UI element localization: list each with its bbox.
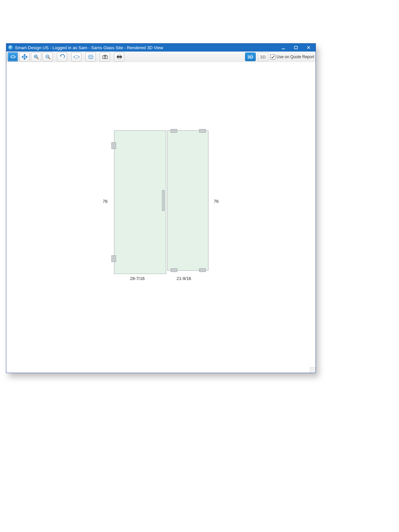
svg-point-29 [104, 56, 106, 58]
rotate-button[interactable] [8, 52, 18, 62]
svg-line-13 [37, 58, 39, 59]
svg-marker-21 [73, 56, 74, 58]
fixed-panel-pane [167, 130, 208, 271]
app-window: Smart-Design US - Logged in as Sam - Sam… [6, 43, 316, 373]
svg-marker-26 [88, 56, 89, 58]
fit-to-screen-button[interactable] [71, 52, 81, 62]
pan-button[interactable] [19, 52, 30, 62]
uclip-top-right [199, 129, 206, 133]
checkbox-icon [270, 55, 275, 60]
snapshot-button[interactable] [100, 52, 110, 62]
view-3d-wire-button[interactable]: 3D [258, 53, 268, 61]
fit-to-screen-icon [73, 54, 80, 60]
svg-point-20 [74, 56, 79, 58]
scroll-corner [310, 367, 316, 373]
uclip-bottom-right [199, 268, 206, 272]
minimize-button[interactable] [281, 45, 286, 50]
svg-marker-9 [24, 59, 25, 60]
dim-panel-width: 21-9/16 [177, 276, 191, 281]
window-title: Smart-Design US - Logged in as Sam - Sam… [15, 45, 163, 50]
dimensions-button[interactable] [85, 52, 96, 62]
app-icon [8, 45, 13, 50]
use-on-quote-label: Use on Quote Report [277, 55, 314, 59]
svg-marker-8 [24, 54, 25, 55]
pan-icon [22, 54, 28, 60]
zoom-in-icon [33, 54, 39, 60]
svg-rect-32 [118, 55, 121, 56]
svg-rect-33 [118, 58, 121, 59]
toolbar: 3D 3D Use on Quote Report [6, 52, 316, 63]
svg-rect-30 [104, 55, 106, 56]
svg-marker-27 [93, 56, 94, 58]
dim-door-width: 28-7/16 [130, 276, 145, 281]
dimensions-icon [88, 54, 94, 60]
door-handle [162, 190, 165, 211]
use-on-quote-checkbox[interactable]: Use on Quote Report [270, 55, 314, 60]
svg-marker-11 [26, 56, 27, 58]
close-button[interactable] [306, 45, 311, 50]
zoom-out-button[interactable] [43, 52, 53, 62]
svg-line-17 [49, 58, 50, 59]
uclip-bottom-left [171, 268, 177, 272]
zoom-out-icon [45, 54, 51, 60]
door-pane [114, 130, 166, 274]
view-3d-solid-button[interactable]: 3D [245, 53, 256, 61]
undo-icon [59, 54, 65, 60]
rotate-icon [10, 54, 16, 60]
viewport-3d[interactable]: 76 76 28-7/16 21-9/16 [6, 62, 316, 373]
maximize-icon [294, 46, 298, 50]
uclip-top-left [171, 129, 177, 133]
svg-point-4 [11, 56, 15, 58]
maximize-button[interactable] [294, 45, 298, 50]
svg-rect-1 [295, 46, 298, 49]
svg-marker-22 [79, 56, 80, 58]
hinge-top [111, 142, 116, 149]
minimize-icon [281, 46, 285, 50]
print-icon [116, 54, 122, 60]
svg-marker-10 [22, 56, 23, 58]
dim-left-height: 76 [103, 199, 107, 204]
hinge-bottom [111, 255, 116, 262]
glass-assembly: 76 76 28-7/16 21-9/16 [114, 130, 208, 273]
camera-icon [102, 55, 108, 59]
titlebar[interactable]: Smart-Design US - Logged in as Sam - Sam… [6, 44, 316, 52]
undo-button[interactable] [57, 52, 67, 62]
close-icon [307, 46, 311, 50]
zoom-in-button[interactable] [31, 52, 41, 62]
dim-right-height: 76 [214, 199, 218, 204]
print-button[interactable] [114, 52, 124, 62]
